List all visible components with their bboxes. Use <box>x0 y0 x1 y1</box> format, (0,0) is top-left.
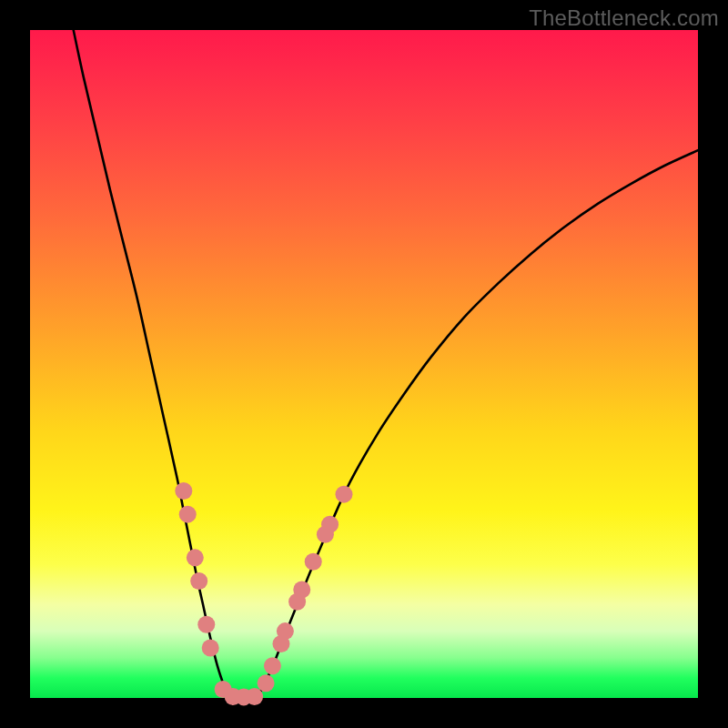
curve-svg <box>30 30 698 698</box>
data-marker <box>258 674 275 692</box>
data-marker <box>190 572 207 590</box>
watermark-text: TheBottleneck.com <box>529 5 719 31</box>
data-marker <box>202 639 219 656</box>
data-marker <box>179 506 197 523</box>
data-marker <box>293 581 310 599</box>
data-marker <box>305 553 322 571</box>
data-marker <box>321 516 339 533</box>
data-marker <box>187 549 204 566</box>
data-marker <box>246 688 263 705</box>
data-marker <box>335 486 352 503</box>
data-marker <box>197 616 215 633</box>
data-marker <box>175 482 192 500</box>
bottleneck-curve <box>74 30 698 699</box>
chart-frame: TheBottleneck.com <box>0 0 728 728</box>
data-marker <box>264 657 281 674</box>
data-marker <box>277 622 294 640</box>
plot-area <box>30 30 698 698</box>
